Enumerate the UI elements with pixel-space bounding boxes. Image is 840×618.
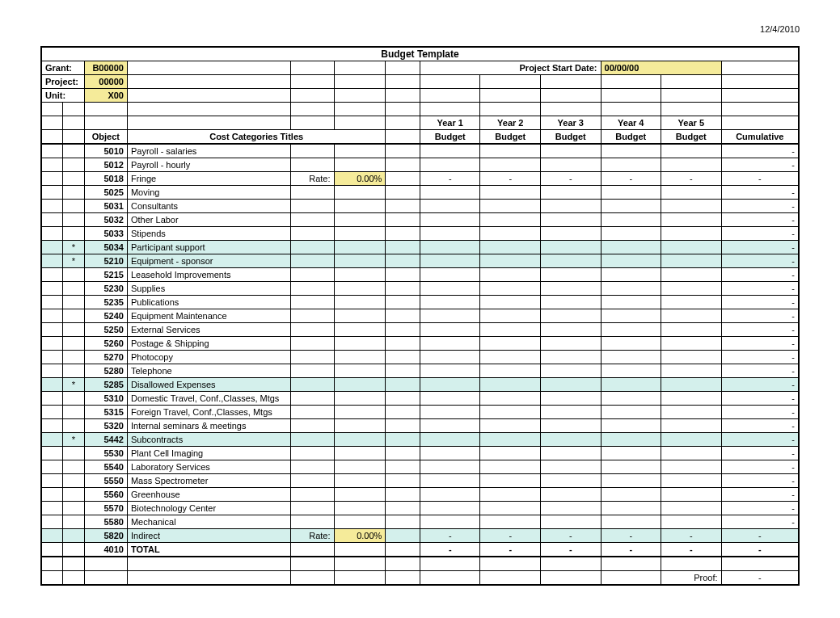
budget-spreadsheet: Budget TemplateGrant:B00000Project Start…	[40, 46, 800, 586]
object-code: 4010	[84, 543, 127, 557]
object-code: 5033	[84, 227, 127, 241]
start-date-value: 00/00/00	[601, 61, 721, 75]
cost-title: Consultants	[127, 200, 290, 213]
project-label: Project:	[41, 75, 84, 89]
sheet-title: Budget Template	[41, 47, 799, 61]
cost-title: TOTAL	[127, 543, 290, 557]
object-code: 5310	[84, 392, 127, 406]
unit-label: Unit:	[41, 89, 84, 103]
row-star	[63, 406, 85, 419]
object-code: 5010	[84, 144, 127, 158]
table-row: 5260Postage & Shipping-	[41, 337, 799, 351]
row-star	[63, 158, 85, 172]
cost-title: Greenhouse	[127, 488, 290, 502]
cost-title: Supplies	[127, 282, 290, 296]
grant-value: B00000	[84, 61, 127, 75]
object-code: 5320	[84, 419, 127, 433]
row-star	[63, 144, 85, 158]
object-code: 5025	[84, 186, 127, 200]
object-code: 5820	[84, 529, 127, 543]
row-star	[63, 296, 85, 309]
cost-title: Fringe	[127, 172, 290, 186]
object-code: 5210	[84, 254, 127, 268]
table-row: 5235Publications-	[41, 296, 799, 309]
cost-title: Laboratory Services	[127, 460, 290, 474]
object-code: 5240	[84, 309, 127, 323]
cost-title: Disallowed Expenses	[127, 378, 290, 392]
cost-title: Biotechnology Center	[127, 502, 290, 515]
object-code: 5034	[84, 241, 127, 254]
cost-title: Telephone	[127, 364, 290, 378]
row-star	[63, 529, 85, 543]
col-year1: Year 1	[420, 116, 480, 130]
table-row: *5034Participant support-	[41, 241, 799, 254]
col-year5: Year 5	[661, 116, 722, 130]
col-year2: Year 2	[480, 116, 541, 130]
row-star	[63, 227, 85, 241]
row-star	[63, 460, 85, 474]
table-row: *5442Subcontracts-	[41, 433, 799, 447]
table-row: 5540Laboratory Services-	[41, 460, 799, 474]
cost-title: Postage & Shipping	[127, 337, 290, 351]
table-row: 5215Leasehold Improvements-	[41, 268, 799, 282]
cost-title: Internal seminars & meetings	[127, 419, 290, 433]
object-code: 5032	[84, 213, 127, 227]
object-code: 5230	[84, 282, 127, 296]
cost-title: Payroll - hourly	[127, 158, 290, 172]
table-row: 5025Moving-	[41, 186, 799, 200]
rate-label: Rate:	[291, 529, 334, 543]
table-row: 5018FringeRate:0.00%------	[41, 172, 799, 186]
object-code: 5560	[84, 488, 127, 502]
object-code: 5215	[84, 268, 127, 282]
cost-title: Plant Cell Imaging	[127, 447, 290, 460]
table-row: 5033Stipends-	[41, 227, 799, 241]
col-object: Object	[84, 130, 127, 145]
cost-title: Mechanical	[127, 515, 290, 529]
object-code: 5315	[84, 406, 127, 419]
cost-title: Mass Spectrometer	[127, 474, 290, 488]
cost-title: Stipends	[127, 227, 290, 241]
table-row: 5230Supplies-	[41, 282, 799, 296]
table-row: 5240Equipment Maintenance-	[41, 309, 799, 323]
row-star	[63, 488, 85, 502]
table-row: 5550Mass Spectrometer-	[41, 474, 799, 488]
table-row: 5530Plant Cell Imaging-	[41, 447, 799, 460]
row-star	[63, 309, 85, 323]
cost-title: Subcontracts	[127, 433, 290, 447]
cost-title: Moving	[127, 186, 290, 200]
table-row: 5580Mechanical-	[41, 515, 799, 529]
object-code: 5530	[84, 447, 127, 460]
row-star	[63, 351, 85, 364]
table-row: 5012Payroll - hourly-	[41, 158, 799, 172]
row-star: *	[63, 433, 85, 447]
grant-label: Grant:	[41, 61, 84, 75]
object-code: 5270	[84, 351, 127, 364]
row-star	[63, 364, 85, 378]
cost-title: Payroll - salaries	[127, 144, 290, 158]
cost-title: External Services	[127, 323, 290, 337]
cost-title: Participant support	[127, 241, 290, 254]
table-row: 5280Telephone-	[41, 364, 799, 378]
start-date-label: Project Start Date:	[420, 61, 601, 75]
date-header: 12/4/2010	[40, 24, 800, 34]
row-star	[63, 282, 85, 296]
proof-value: -	[721, 571, 799, 586]
row-star	[63, 323, 85, 337]
rate-value: 0.00%	[334, 529, 386, 543]
row-star	[63, 172, 85, 186]
object-code: 5031	[84, 200, 127, 213]
object-code: 5550	[84, 474, 127, 488]
table-row: 5560Greenhouse-	[41, 488, 799, 502]
cost-title: Other Labor	[127, 213, 290, 227]
row-star	[63, 200, 85, 213]
cost-title: Equipment - sponsor	[127, 254, 290, 268]
col-cost-categories: Cost Categories Titles	[127, 130, 385, 145]
table-row: 4010TOTAL------	[41, 543, 799, 557]
table-row: *5210Equipment - sponsor-	[41, 254, 799, 268]
table-row: 5310Domestic Travel, Conf.,Classes, Mtgs…	[41, 392, 799, 406]
row-star	[63, 186, 85, 200]
row-star	[63, 392, 85, 406]
row-star	[63, 515, 85, 529]
object-code: 5580	[84, 515, 127, 529]
object-code: 5018	[84, 172, 127, 186]
